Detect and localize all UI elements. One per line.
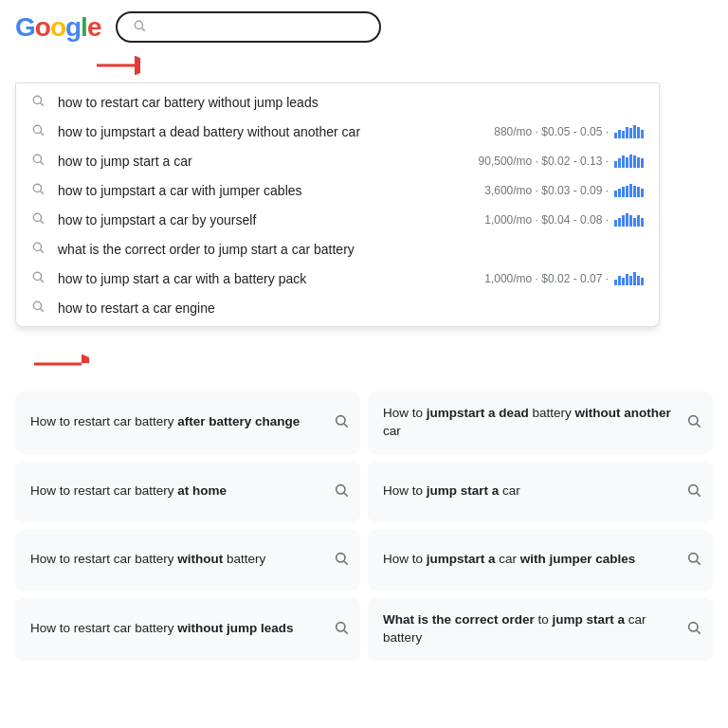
card-text: How to jumpstart a car with jumper cable… <box>383 551 677 569</box>
svg-point-36 <box>689 622 698 630</box>
svg-point-4 <box>33 96 41 103</box>
svg-point-10 <box>33 184 41 191</box>
suggestion-text: how to jumpstart a dead battery without … <box>58 124 486 139</box>
suggestion-text: how to jumpstart a car with jumper cable… <box>58 183 477 198</box>
card-search-icon <box>334 551 349 570</box>
svg-point-32 <box>689 553 698 561</box>
svg-point-6 <box>33 125 41 133</box>
suggestion-text: how to jump start a car with a battery p… <box>58 271 477 286</box>
suggestion-text: how to jump start a car <box>58 154 471 169</box>
svg-point-26 <box>337 484 345 493</box>
svg-line-13 <box>41 221 44 224</box>
arrow-icon <box>95 56 140 79</box>
people-also-search-card[interactable]: How to jumpstart a dead battery without … <box>368 391 713 454</box>
suggestion-item[interactable]: how to jumpstart a car with jumper cable… <box>16 175 659 205</box>
section-title-row <box>0 327 728 391</box>
search-icon <box>133 19 146 35</box>
mini-chart <box>614 155 644 168</box>
suggestion-meta: 3,600/mo · $0.03 - 0.09 · <box>484 184 644 197</box>
suggestion-text: what is the correct order to jump start … <box>58 242 644 257</box>
svg-line-23 <box>344 424 348 428</box>
search-bar[interactable] <box>116 11 381 43</box>
svg-line-31 <box>344 561 348 565</box>
card-search-icon <box>334 482 349 501</box>
cards-grid: How to restart car battery after battery… <box>0 391 728 676</box>
mini-chart <box>614 272 644 285</box>
svg-point-8 <box>33 155 41 162</box>
card-search-icon <box>686 551 701 570</box>
suggestion-item[interactable]: how to jump start a car90,500/mo · $0.02… <box>16 146 659 175</box>
people-also-search-card[interactable]: How to restart car battery at home <box>15 462 360 522</box>
svg-point-18 <box>33 301 41 309</box>
google-logo: Google <box>15 12 100 43</box>
suggestion-item[interactable]: how to jump start a car with a battery p… <box>16 264 659 293</box>
section-arrow-icon <box>32 354 89 378</box>
search-icon <box>31 241 45 257</box>
mini-chart <box>614 125 644 138</box>
svg-line-35 <box>344 630 348 634</box>
card-text: What is the correct order to jump start … <box>383 611 677 647</box>
card-search-icon <box>334 620 349 639</box>
card-search-icon <box>686 482 701 501</box>
svg-point-24 <box>689 416 698 425</box>
suggestion-item[interactable]: how to jumpstart a dead battery without … <box>16 117 659 146</box>
svg-line-33 <box>697 561 701 565</box>
search-icon <box>31 123 45 139</box>
card-search-icon <box>686 620 701 639</box>
suggestion-meta: 1,000/mo · $0.02 - 0.07 · <box>484 272 644 285</box>
search-icon <box>31 94 45 110</box>
people-also-search-card[interactable]: What is the correct order to jump start … <box>368 598 713 661</box>
people-also-search-card[interactable]: How to restart car battery without batte… <box>15 530 360 591</box>
svg-line-17 <box>41 280 44 282</box>
svg-line-29 <box>697 493 701 497</box>
search-icon <box>31 182 45 198</box>
suggestion-meta: 1,000/mo · $0.04 - 0.08 · <box>484 213 644 227</box>
search-icon <box>31 211 45 228</box>
svg-line-9 <box>41 162 44 165</box>
suggestion-item[interactable]: how to jumpstart a car by yourself1,000/… <box>16 205 659 234</box>
people-also-search-card[interactable]: How to jumpstart a car with jumper cable… <box>368 530 713 591</box>
search-icon <box>31 270 45 286</box>
card-text: How to restart car battery without jump … <box>30 620 324 638</box>
card-text: How to restart car battery at home <box>30 482 324 500</box>
svg-line-37 <box>697 630 701 634</box>
people-also-search-card[interactable]: How to restart car battery without jump … <box>15 598 360 661</box>
svg-line-19 <box>41 309 44 312</box>
svg-point-34 <box>337 622 345 630</box>
suggestion-item[interactable]: how to restart car battery without jump … <box>16 87 659 117</box>
suggestions-dropdown: how to restart car battery without jump … <box>15 82 660 327</box>
svg-line-15 <box>41 250 44 253</box>
card-text: How to restart car battery without batte… <box>30 551 324 569</box>
card-text: How to jumpstart a dead battery without … <box>383 405 677 441</box>
svg-point-12 <box>33 213 41 221</box>
card-search-icon <box>334 413 349 432</box>
svg-line-27 <box>344 493 348 497</box>
suggestion-text: how to restart a car engine <box>58 300 644 316</box>
svg-line-7 <box>41 133 44 136</box>
mini-chart <box>614 213 644 227</box>
svg-point-28 <box>689 484 698 493</box>
svg-line-5 <box>41 103 44 106</box>
mini-chart <box>614 184 644 197</box>
svg-point-16 <box>33 272 41 280</box>
svg-line-1 <box>142 28 145 31</box>
card-search-icon <box>686 413 701 432</box>
suggestion-text: how to restart car battery without jump … <box>58 95 644 110</box>
card-text: How to restart car battery after battery… <box>30 413 324 431</box>
header: Google <box>0 0 728 50</box>
svg-point-30 <box>337 553 345 561</box>
search-icon <box>31 153 45 169</box>
suggestion-item[interactable]: what is the correct order to jump start … <box>16 234 659 264</box>
related-searches-row <box>0 50 728 82</box>
suggestion-text: how to jumpstart a car by yourself <box>58 212 477 228</box>
search-icon <box>31 300 45 316</box>
people-also-search-card[interactable]: How to jump start a car <box>368 462 713 522</box>
svg-point-14 <box>33 243 41 250</box>
suggestion-meta: 90,500/mo · $0.02 - 0.13 · <box>479 155 644 168</box>
people-also-search-card[interactable]: How to restart car battery after battery… <box>15 391 360 454</box>
svg-line-11 <box>41 191 44 194</box>
suggestion-item[interactable]: how to restart a car engine <box>16 293 659 322</box>
card-text: How to jump start a car <box>383 482 677 500</box>
svg-line-25 <box>697 424 701 428</box>
svg-point-22 <box>337 416 345 425</box>
